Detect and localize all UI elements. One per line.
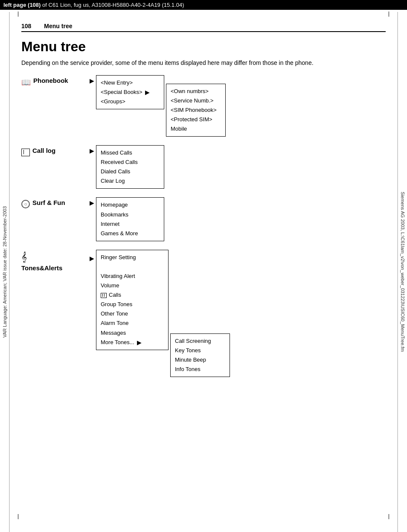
submenu-dialed-calls: Dialed Calls (101, 167, 160, 176)
submenu-group-tones: Group Tones (101, 300, 164, 309)
menu-item-tones: 𝄞 Tones&Alerts (21, 250, 90, 272)
menu-item-phonebook: 📖 Phonebook (21, 75, 90, 87)
submenu-other-tone: Other Tone (101, 309, 164, 319)
more-tones-arrow: ▶ (137, 339, 142, 346)
submenu-calls: Calls (101, 290, 164, 300)
header-bold: left page (108) (3, 2, 41, 8)
header-rest: of C61 Lion, fug us, A31008-H5880-A40-2-… (41, 2, 184, 8)
phonebook-submenu2: <Own numbrs> <Service Numb.> <SIM Phoneb… (166, 84, 226, 137)
menu-item-surffun: ○ Surf & Fun (21, 197, 90, 208)
calllog-submenu: Missed Calls Received Calls Dialed Calls… (96, 145, 164, 189)
submenu-new-entry: <New Entry> (101, 78, 160, 88)
menu-row-tones: 𝄞 Tones&Alerts ▶ Ringer Setting Vibratin… (21, 250, 386, 377)
submenu-internet: Internet (101, 219, 160, 229)
surffun-arrow: ▶ (90, 199, 94, 206)
submenu-received-calls: Received Calls (101, 158, 160, 167)
phonebook-arrow: ▶ (90, 77, 94, 84)
menu-tree: 📖 Phonebook ▶ <New Entry> <Special Books… (21, 75, 386, 386)
submenu-alarm-tone: Alarm Tone (101, 319, 164, 328)
submenu2-sim-phonebook: <SIM Phonebook> (171, 105, 221, 115)
page-title-header: Menu tree (44, 23, 72, 29)
submenu2-mobile: Mobile (171, 124, 221, 134)
bottom-mark-left (18, 514, 18, 519)
submenu2-info-tones: Info Tones (175, 365, 225, 374)
top-marks (9, 10, 398, 18)
submenu-groups: <Groups> (101, 97, 160, 106)
page-main-title: Menu tree (21, 39, 386, 55)
calllog-label: Call log (32, 147, 55, 154)
calllog-arrow: ▶ (90, 147, 94, 154)
menu-item-calllog: Call log (21, 145, 90, 155)
surf-icon: ○ (21, 200, 30, 208)
tones-icon: 𝄞 (21, 251, 27, 263)
calls-book-icon (101, 293, 107, 298)
surffun-submenu: Homepage Bookmarks Internet Games & More (96, 197, 164, 241)
submenu2-service-numb: <Service Numb.> (171, 96, 221, 105)
tones-label: Tones&Alerts (21, 264, 62, 272)
sidebar-left: VAR Language: American; VAR issue date: … (0, 12, 9, 532)
submenu-games-more: Games & More (101, 229, 160, 238)
sidebar-right: Siemens AG 2003, L:\C61lam_v2\von_weber_… (398, 12, 407, 532)
submenu2-own-numbrs: <Own numbrs> (171, 87, 221, 96)
menu-row-surffun: ○ Surf & Fun ▶ Homepage Bookmarks Intern… (21, 197, 386, 241)
submenu-more-tones-row: More Tones... ▶ (101, 338, 164, 347)
left-border-line (9, 12, 10, 532)
submenu2-minute-beep: Minute Beep (175, 355, 225, 365)
menu-row-phonebook: 📖 Phonebook ▶ <New Entry> <Special Books… (21, 75, 386, 137)
main-content: 108 Menu tree Menu tree Depending on the… (13, 18, 394, 390)
submenu-ringer-setting: Ringer Setting (101, 253, 164, 262)
top-mark-right (389, 12, 389, 17)
menu-row-calllog: Call log ▶ Missed Calls Received Calls D… (21, 145, 386, 189)
page-header: 108 Menu tree (21, 23, 386, 32)
submenu-volume: Volume (101, 281, 164, 290)
submenu-more-tones: More Tones... (101, 338, 134, 347)
submenu-clear-log: Clear Log (101, 176, 160, 186)
phonebook-submenu: <New Entry> <Special Books> ▶ <Groups> (96, 75, 164, 109)
sidebar-left-text: VAR Language: American; VAR issue date: … (2, 206, 7, 338)
submenu-spacer (101, 262, 164, 272)
submenu-bookmarks: Bookmarks (101, 210, 160, 219)
intro-text: Depending on the service provider, some … (21, 59, 386, 67)
submenu-missed-calls: Missed Calls (101, 148, 160, 158)
tones-submenu2: Call Screening Key Tones Minute Beep Inf… (170, 333, 230, 377)
submenu-vibrating-alert: Vibrating Alert (101, 272, 164, 281)
phonebook-label: Phonebook (33, 77, 68, 84)
submenu-homepage: Homepage (101, 200, 160, 210)
submenu-messages: Messages (101, 328, 164, 338)
page-number: 108 (21, 23, 31, 29)
submenu2-protected-sim: <Protected SIM> (171, 115, 221, 124)
submenu2-call-screening: Call Screening (175, 336, 225, 346)
phonebook-icon: 📖 (21, 78, 31, 87)
submenu2-key-tones: Key Tones (175, 346, 225, 355)
submenu-special-books: <Special Books> (101, 88, 142, 97)
special-books-arrow: ▶ (145, 89, 150, 96)
header-bar: left page (108) of C61 Lion, fug us, A31… (0, 0, 407, 10)
submenu-special-books-row: <Special Books> ▶ (101, 88, 160, 97)
top-mark-left (18, 12, 18, 17)
surffun-label: Surf & Fun (32, 199, 65, 206)
sidebar-right-text: Siemens AG 2003, L:\C61lam_v2\von_weber_… (400, 192, 405, 352)
bottom-mark-right (389, 514, 389, 519)
tones-submenu: Ringer Setting Vibrating Alert Volume Ca… (96, 250, 169, 350)
tones-arrow: ▶ (90, 255, 94, 262)
calllog-icon (21, 149, 30, 156)
